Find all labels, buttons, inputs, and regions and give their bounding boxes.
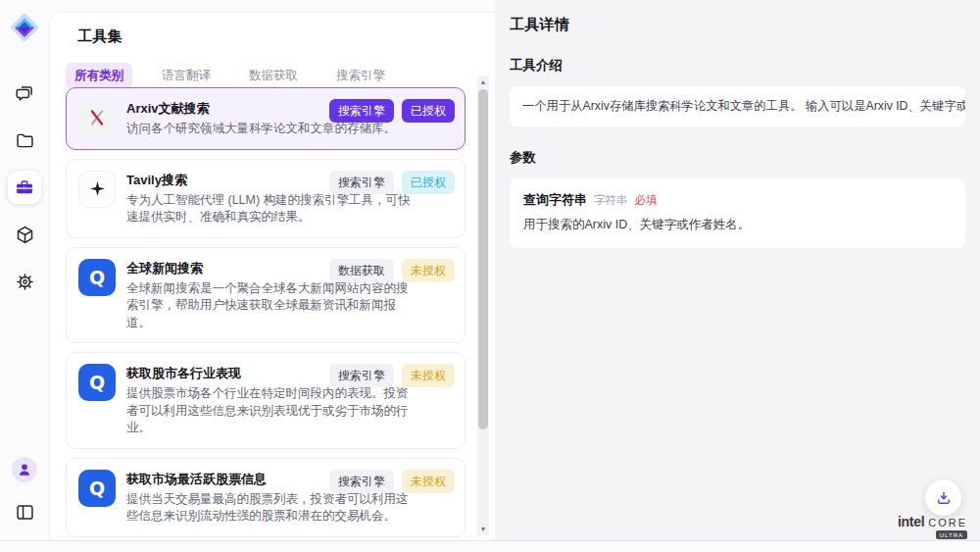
q-search-icon: Q [78, 364, 116, 401]
tab-all-categories[interactable]: 所有类别 [66, 63, 132, 89]
sidebar-item-toolbox[interactable] [8, 171, 41, 204]
sidebar-nav [8, 76, 41, 298]
folder-icon [15, 130, 35, 151]
badge-solid: 已授权 [402, 99, 455, 123]
tool-description: 全球新闻搜索是一个聚合全球各大新闻网站内容的搜索引擎，帮助用户快速获取全球最新资… [126, 280, 453, 332]
sidebar-item-folder[interactable] [8, 124, 41, 157]
intro-heading: 工具介绍 [510, 57, 965, 75]
toolset-panel: 工具集 所有类别 语言翻译 数据获取 搜索引擎 Arxiv文献搜索 访问各个研究… [49, 12, 495, 540]
parameter-required-flag: 必填 [635, 193, 658, 208]
tool-card-stock-sector-performance[interactable]: Q 获取股市各行业表现 提供股票市场各个行业在特定时间段内的表现。投资者可以利用… [66, 352, 466, 449]
tool-card-global-news-search[interactable]: Q 全球新闻搜索 全球新闻搜索是一个聚合全球各大新闻网站内容的搜索引擎，帮助用户… [66, 247, 466, 344]
scrollbar-thumb[interactable] [478, 89, 488, 429]
panel-toggle-icon [15, 502, 35, 523]
gem-logo-icon [9, 12, 40, 43]
tab-label: 语言翻译 [162, 69, 211, 82]
chat-icon [15, 83, 35, 104]
tab-label: 搜索引擎 [336, 69, 385, 82]
tool-card-most-active-stocks[interactable]: Q 获取市场最活跃股票信息 提供当天交易量最高的股票列表，投资者可以利用这些信息… [66, 458, 466, 537]
ultra-badge: ultra [936, 530, 967, 539]
sidebar-item-collapse[interactable] [8, 495, 41, 528]
sidebar-bottom [8, 453, 41, 528]
tool-badges: 数据获取未授权 [329, 259, 455, 282]
params-list: 查询字符串 字符串 必填 用于搜索的Arxiv ID、关键字或作者姓名。 [510, 178, 965, 248]
cube-icon [15, 225, 35, 245]
tool-description: 提供股票市场各个行业在特定时间段内的表现。投资者可以利用这些信息来识别表现优于或… [126, 385, 453, 437]
q-search-icon: Q [78, 259, 116, 296]
tab-data-fetching[interactable]: 数据获取 [240, 63, 307, 89]
download-icon [935, 489, 953, 507]
tool-card-arxiv-search[interactable]: Arxiv文献搜索 访问各个研究领域大量科学论文和文章的存储库。 搜索引擎已授权 [66, 87, 466, 150]
user-avatar-icon [12, 457, 37, 482]
parameter-description: 用于搜索的Arxiv ID、关键字或作者姓名。 [523, 217, 952, 233]
tool-description: 访问各个研究领域大量科学论文和文章的存储库。 [126, 121, 453, 138]
badge-solid: 搜索引擎 [329, 99, 394, 123]
badge-neutral: 数据获取 [329, 259, 394, 282]
badge-cyan: 已授权 [402, 171, 455, 194]
sidebar-rail [0, 0, 49, 540]
detail-title: 工具详情 [510, 16, 965, 34]
sidebar-item-settings[interactable] [8, 265, 41, 298]
tool-description: 提供当天交易量最高的股票列表，投资者可以利用这些信息来识别流动性强的股票和潜在的… [126, 491, 453, 526]
tab-search-engine[interactable]: 搜索引擎 [327, 63, 394, 89]
category-tabs: 所有类别 语言翻译 数据获取 搜索引擎 [66, 63, 495, 89]
tool-badges: 搜索引擎已授权 [329, 99, 455, 123]
toolset-title: 工具集 [77, 27, 495, 46]
core-wordmark: core [928, 517, 967, 528]
list-scrollbar[interactable]: ▲ ▼ [477, 75, 489, 535]
badge-amber: 未授权 [402, 259, 455, 282]
badge-neutral: 搜索引擎 [329, 470, 394, 493]
tab-language-translation[interactable]: 语言翻译 [153, 63, 220, 89]
arxiv-icon [78, 99, 116, 136]
intel-core-ultra-logo: intel core ultra [898, 514, 967, 539]
badge-neutral: 搜索引擎 [329, 364, 394, 387]
tool-list: Arxiv文献搜索 访问各个研究领域大量科学论文和文章的存储库。 搜索引擎已授权… [66, 87, 466, 540]
parameter-name: 查询字符串 [523, 191, 587, 209]
download-button[interactable] [925, 479, 961, 516]
parameter-type: 字符串 [594, 193, 628, 208]
badge-neutral: 搜索引擎 [329, 171, 394, 194]
tool-description: 专为人工智能代理 (LLM) 构建的搜索引擎工具，可快速提供实时、准确和真实的结… [126, 192, 453, 226]
toolbox-icon [15, 177, 34, 197]
tool-badges: 搜索引擎已授权 [329, 171, 455, 194]
scroll-up-arrow-icon[interactable]: ▲ [477, 75, 489, 88]
intel-wordmark: intel [898, 514, 924, 529]
tavily-icon [78, 171, 116, 208]
tab-label: 所有类别 [74, 69, 123, 82]
intro-card: 一个用于从Arxiv存储库搜索科学论文和文章的工具。 输入可以是Arxiv ID… [510, 86, 965, 126]
tool-badges: 搜索引擎未授权 [329, 470, 455, 493]
sidebar-item-cube[interactable] [8, 218, 41, 251]
tool-detail-panel: 工具详情 工具介绍 一个用于从Arxiv存储库搜索科学论文和文章的工具。 输入可… [495, 0, 980, 540]
badge-amber: 未授权 [402, 470, 455, 493]
tool-badges: 搜索引擎未授权 [329, 364, 455, 387]
sidebar-item-account[interactable] [8, 453, 41, 486]
tool-card-tavily-search[interactable]: Tavily搜索 专为人工智能代理 (LLM) 构建的搜索引擎工具，可快速提供实… [66, 159, 466, 238]
parameter-card-query-string: 查询字符串 字符串 必填 用于搜索的Arxiv ID、关键字或作者姓名。 [510, 178, 965, 248]
sidebar-item-chat[interactable] [8, 76, 41, 110]
gear-icon [15, 272, 35, 292]
params-heading: 参数 [510, 149, 965, 167]
tab-label: 数据获取 [249, 69, 298, 82]
badge-amber: 未授权 [402, 364, 455, 387]
app-window: 工具集 所有类别 语言翻译 数据获取 搜索引擎 Arxiv文献搜索 访问各个研究… [0, 0, 980, 541]
scroll-down-arrow-icon[interactable]: ▼ [477, 523, 489, 535]
q-search-icon: Q [78, 470, 116, 507]
